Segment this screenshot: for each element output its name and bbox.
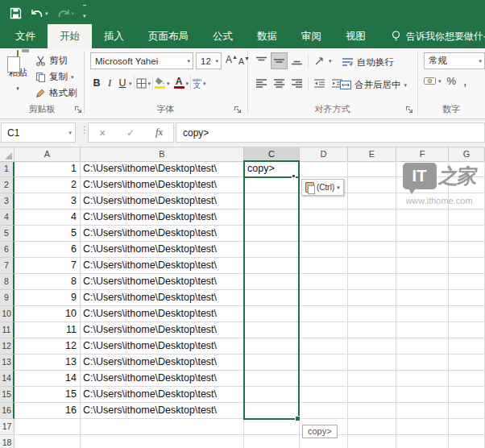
cell-B14[interactable]: C:\Users\ithome\Desktop\test\ <box>81 371 244 387</box>
cell-D9[interactable] <box>300 290 348 306</box>
align-right-icon[interactable] <box>288 75 305 92</box>
name-box-dropdown-icon[interactable]: ▾ <box>68 130 72 135</box>
number-format-combo[interactable]: 常规 ▾ <box>424 52 485 69</box>
enter-icon[interactable]: ✓ <box>126 127 135 139</box>
cell-F14[interactable] <box>396 371 449 387</box>
cell-A1[interactable]: 1 <box>15 161 81 177</box>
cell-C2[interactable] <box>244 177 300 193</box>
cell-D6[interactable] <box>300 242 348 258</box>
copy-button[interactable]: 复制 ▾ <box>35 68 77 85</box>
cell-C7[interactable] <box>244 258 300 274</box>
merge-center-button[interactable]: 合并后居中 ▾ <box>340 77 407 93</box>
formula-input[interactable]: copy> <box>176 122 485 143</box>
cell-C5[interactable] <box>244 226 300 242</box>
cell-E10[interactable] <box>348 306 396 322</box>
cell-D12[interactable] <box>300 338 348 355</box>
row-header-10[interactable]: 10 <box>0 306 15 322</box>
accounting-dropdown-icon[interactable]: ▾ <box>438 78 441 84</box>
cell-E2[interactable] <box>348 177 396 193</box>
align-center-icon[interactable] <box>271 75 288 92</box>
font-name-combo[interactable]: Microsoft Yahei ▾ <box>90 52 193 69</box>
paste-options-dropdown-icon[interactable]: ▾ <box>337 185 340 190</box>
cell-B6[interactable]: C:\Users\ithome\Desktop\test\ <box>81 242 244 258</box>
cell-G11[interactable] <box>449 322 485 338</box>
italic-button[interactable]: I <box>103 77 116 89</box>
cell-F17[interactable] <box>396 419 449 435</box>
tab-文件[interactable]: 文件 <box>3 24 48 48</box>
cell-A3[interactable]: 3 <box>15 193 81 209</box>
font-size-dropdown-icon[interactable]: ▾ <box>215 58 218 64</box>
paste-options-button[interactable]: (Ctrl) ▾ <box>301 179 344 196</box>
cell-E11[interactable] <box>348 322 396 338</box>
cell-C8[interactable] <box>244 274 300 290</box>
cell-F9[interactable] <box>396 290 449 306</box>
cell-B18[interactable] <box>81 435 244 448</box>
tab-页面布局[interactable]: 页面布局 <box>136 24 201 48</box>
copy-dropdown-icon[interactable]: ▾ <box>71 74 74 80</box>
cell-G5[interactable] <box>449 226 485 242</box>
bold-button[interactable]: B <box>90 77 103 89</box>
decrease-indent-icon[interactable] <box>311 75 328 92</box>
row-header-9[interactable]: 9 <box>0 290 15 306</box>
cell-G9[interactable] <box>449 290 485 306</box>
cell-C17[interactable] <box>244 419 300 435</box>
row-header-11[interactable]: 11 <box>0 322 15 338</box>
cell-B5[interactable]: C:\Users\ithome\Desktop\test\ <box>81 226 244 242</box>
cell-B2[interactable]: C:\Users\ithome\Desktop\test\ <box>81 177 244 193</box>
cell-E13[interactable] <box>348 355 396 371</box>
undo-button[interactable]: ▾ <box>31 8 48 19</box>
cell-C4[interactable] <box>244 209 300 226</box>
row-header-7[interactable]: 7 <box>0 258 15 274</box>
cell-G1[interactable] <box>449 161 485 177</box>
row-header-15[interactable]: 15 <box>0 387 15 403</box>
cell-F6[interactable] <box>396 242 449 258</box>
cell-G7[interactable] <box>449 258 485 274</box>
cell-E18[interactable] <box>348 435 396 448</box>
cell-G4[interactable] <box>449 209 485 226</box>
cell-G10[interactable] <box>449 306 485 322</box>
cell-G8[interactable] <box>449 274 485 290</box>
cell-F12[interactable] <box>396 338 449 355</box>
cell-A15[interactable]: 15 <box>15 387 81 403</box>
tab-数据[interactable]: 数据 <box>245 24 289 48</box>
cut-button[interactable]: 剪切 <box>35 52 77 68</box>
cell-G3[interactable] <box>449 193 485 209</box>
cell-E9[interactable] <box>348 290 396 306</box>
cell-A7[interactable]: 7 <box>15 258 81 274</box>
cell-C6[interactable] <box>244 242 300 258</box>
cell-B4[interactable]: C:\Users\ithome\Desktop\test\ <box>81 209 244 226</box>
cell-G6[interactable] <box>449 242 485 258</box>
row-header-2[interactable]: 2 <box>0 177 15 193</box>
font-color-dropdown-icon[interactable]: ▾ <box>186 81 189 86</box>
tab-插入[interactable]: 插入 <box>92 24 136 48</box>
cell-F2[interactable] <box>396 177 449 193</box>
cell-D8[interactable] <box>300 274 348 290</box>
cell-C14[interactable] <box>244 371 300 387</box>
cell-G14[interactable] <box>449 371 485 387</box>
row-header-6[interactable]: 6 <box>0 242 15 258</box>
save-icon[interactable] <box>10 7 22 19</box>
cell-B1[interactable]: C:\Users\ithome\Desktop\test\ <box>81 161 244 177</box>
cell-C16[interactable] <box>244 403 300 419</box>
align-top-icon[interactable] <box>253 52 270 69</box>
column-header-E[interactable]: E <box>348 147 396 162</box>
percent-style-button[interactable]: % <box>447 75 457 87</box>
underline-button[interactable]: U <box>116 77 129 89</box>
row-header-13[interactable]: 13 <box>0 355 15 371</box>
cell-D7[interactable] <box>300 258 348 274</box>
font-size-combo[interactable]: 12 ▾ <box>196 52 222 69</box>
cell-A17[interactable] <box>15 419 81 435</box>
alignment-dialog-launcher-icon[interactable] <box>405 106 413 114</box>
borders-dropdown-icon[interactable]: ▾ <box>148 81 151 86</box>
row-header-18[interactable]: 18 <box>0 435 15 448</box>
cell-D4[interactable] <box>300 209 348 226</box>
row-header-8[interactable]: 8 <box>0 274 15 290</box>
cell-B16[interactable]: C:\Users\ithome\Desktop\test\ <box>81 403 244 419</box>
phonetic-guide-icon[interactable]: wén 文 <box>193 77 201 89</box>
cell-F18[interactable] <box>396 435 449 448</box>
clipboard-dialog-launcher-icon[interactable] <box>74 106 82 114</box>
name-box[interactable]: C1 ▾ <box>1 122 76 143</box>
cell-C3[interactable] <box>244 193 300 209</box>
column-header-C[interactable]: C <box>244 147 300 162</box>
column-header-B[interactable]: B <box>81 147 244 162</box>
